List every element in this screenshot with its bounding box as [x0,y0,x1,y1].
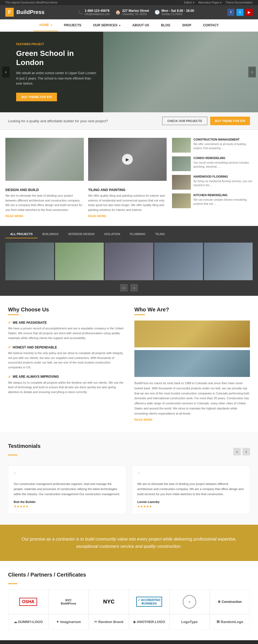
hours-line1: Mon - Sat 8.00 - 18.00 [162,9,194,13]
project-image-5[interactable] [204,243,253,280]
testimonial-1-author: Bob the Builder [14,500,121,503]
docs-link[interactable]: Theme Documentation [225,1,253,4]
phone-number: 1-888-123-45678 [85,9,110,13]
client-bbb: ✓ ACCREDITEDBUSINESS [129,589,169,614]
clock-icon: 🕐 [155,10,160,15]
hardwood-flooring-desc: By hiring our hardwood flooring services… [194,179,253,187]
tab-isolation[interactable]: ISOLATION [99,230,125,238]
cta-bar: Looking for a quality and affordable bui… [0,112,258,130]
gallery-next-button[interactable]: › [130,284,138,292]
phone-contact: 📞 1-888-123-45678 info@buildpress.com [78,9,110,16]
nav-projects[interactable]: PROJECTS [58,20,87,31]
youtube-icon[interactable]: ▶ [246,9,253,16]
random-logo: ⌘ RandomLogo [216,620,243,624]
condo-remodeling-title: CONDO REMODELING [194,156,253,160]
testimonials-grid: " Our construction managment professiona… [8,466,250,514]
check-projects-button[interactable]: CHECK OUR PROJECTS [162,117,207,125]
facebook-icon[interactable]: f [227,9,234,16]
another-logo: ◈ ANOTHER.LOGO [133,620,165,624]
cta-buttons: CHECK OUR PROJECTS BUY THEME FOR $79 [162,117,250,125]
hours-contact: 🕐 Mon - Sat 8.00 - 18.00 Sunday CLOSED [155,9,194,16]
nav-shop[interactable]: SHOP [176,20,197,31]
hero-description: We rebuilt an entire school center in Up… [16,71,97,86]
check-icon: ✔ [8,345,11,349]
phone-icon: 📞 [78,10,83,15]
why-choose-us-section: Why Choose Us ✔ WE ARE PASSIONATE We hav… [0,296,258,432]
design-build-title: DESIGN AND BUILD [5,188,84,192]
construction-mgmt-desc: We offer commitment at all levels of bui… [194,142,253,150]
tiling-painting-title: TILING AND PAINTING [88,188,167,192]
tab-interior-design[interactable]: INTERIOR DESIGN [63,230,99,238]
clients-title: Clients / Partners / Certificates [8,572,250,578]
editions-link[interactable]: Edition ▾ [184,1,194,4]
side-service-4: KITCHEN REMODELING We can execute comple… [172,193,253,208]
tab-all-projects[interactable]: ALL PROJECTS [5,230,38,238]
buy-theme-cta-button[interactable]: BUY THEME FOR $79 [210,117,250,125]
hero-next-button[interactable]: › [248,67,256,77]
project-image-1[interactable] [5,243,54,280]
play-button[interactable]: ▶ [122,154,133,165]
tab-plumbing[interactable]: PLUMBING [125,230,150,238]
nav-services[interactable]: OUR SERVICES ▾ [87,20,127,31]
address-line1: 227 Marion Street [122,9,149,13]
hero-content: FEATURED PROJECT Green School in London … [0,32,113,112]
alt-pages-link[interactable]: Alternative Pages ▾ [198,1,221,4]
design-build-service: DESIGN AND BUILD We aim to eliminate the… [5,185,84,218]
services-section: ▶ DESIGN AND BUILD We aim to eliminate t… [0,130,258,226]
clients-grid: OSHA NYCBuildPress NYC ✓ ACCREDITEDBUSIN… [8,589,250,629]
logo[interactable]: F BuildPress [5,8,44,17]
testimonials-nav: ‹ › [233,448,250,455]
kitchen-remodeling-content: KITCHEN REMODELING We can execute comple… [194,193,253,206]
tab-buildings[interactable]: BUILDINGS [38,230,64,238]
project-image-2[interactable] [55,243,104,280]
testimonials-title-underline [8,455,17,455]
condo-remodeling-desc: Our round condo remodeling services incl… [194,161,253,169]
social-icons: f t ▶ [227,9,253,16]
video-thumbnail[interactable]: ▶ [88,138,167,181]
twitter-icon[interactable]: t [236,9,243,16]
kitchen-remodeling-desc: We can execute complex kitchen remodelin… [194,198,253,206]
hero-prev-button[interactable]: ‹ [2,67,10,77]
nav-blog[interactable]: BLOG [155,20,176,31]
project-image-4[interactable] [154,243,203,280]
testimonials-header: Testimonials ‹ › [8,443,250,460]
worker-image [134,350,250,377]
client-another: ◈ ANOTHER.LOGO [129,614,169,629]
tab-tiling[interactable]: TILING [150,230,170,238]
client-dummy: ☁ DUMMY•LOGO [8,614,48,629]
side-services: CONSTRUCTION MANAGEMENT We offer commitm… [172,138,253,218]
hero-cta-button[interactable]: BUY THEME FOR $79 [16,93,57,101]
testimonials-next-button[interactable]: › [242,448,250,455]
testimonials-prev-button[interactable]: ‹ [233,448,241,455]
design-build-read-more[interactable]: READ MORE [5,214,23,218]
clients-section: Clients / Partners / Certificates OSHA N… [0,561,258,640]
client-nyc2: NYC [89,589,129,614]
tagline: The original Construction WordPress them… [5,1,58,4]
testimonial-1-stars: ★★★★★ [14,505,121,508]
hardwood-flooring-title: HARDWOOD FLOORING [194,175,253,178]
hardwood-flooring-content: HARDWOOD FLOORING By hiring our hardwood… [194,175,253,187]
testimonial-1: " Our construction managment professiona… [8,466,126,514]
dummy-logo: ☁ DUMMY•LOGO [14,620,43,624]
nav-contact[interactable]: CONTACT [197,20,225,31]
gallery-prev-button[interactable]: ‹ [120,284,128,292]
random-brand-logo: ✂ Random Brand [94,620,123,624]
side-service-1: CONSTRUCTION MANAGEMENT We offer commitm… [172,138,253,153]
testimonial-1-text: Our construction managment professionals… [14,481,121,497]
nav-about[interactable]: ABOUT US [126,20,155,31]
client-logotype: LogoType [169,614,210,629]
client-random-brand: ✂ Random Brand [89,614,129,629]
client-construction: ⚙ Construction [210,589,250,614]
check-icon: ✔ [8,321,11,325]
top-bar: The original Construction WordPress them… [0,0,258,5]
excavator-image [134,321,250,347]
who-read-more[interactable]: READ MORE [134,418,152,421]
construction-mgmt-content: CONSTRUCTION MANAGEMENT We offer commitm… [194,138,253,150]
tiling-painting-read-more[interactable]: READ MORE [88,214,106,218]
hardwood-flooring-image [172,175,191,190]
logo-icon: F [5,8,14,17]
project-image-3[interactable] [105,243,153,280]
clients-title-underline [8,583,17,584]
footer: ABOUT US F BuildPress Our construction m… [0,640,258,644]
nav-home[interactable]: HOME ▾ [34,19,58,31]
